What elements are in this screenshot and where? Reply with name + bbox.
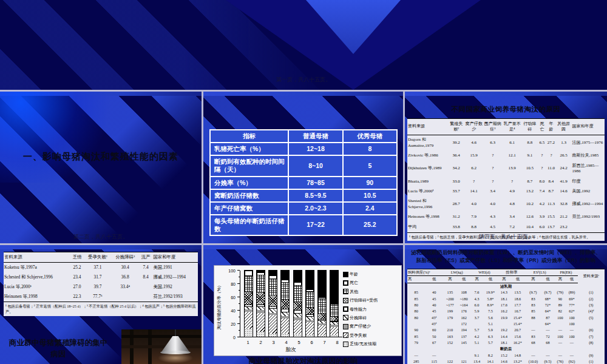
stripe-decoration xyxy=(0,245,202,249)
pen-rail xyxy=(121,335,202,338)
slide-sorter-canvas: 第一页，共八十五页。 一、影响母猪淘汰和繁殖性能的因素 第二页，共八十五页。 指… xyxy=(0,0,607,364)
slide-4-thumbnail[interactable]: 不同国家商业饲养母猪淘汰的原因 资料来源繁殖失败²窝产仔数少围产期病症³乳产量不… xyxy=(405,92,607,243)
vertical-divider xyxy=(202,90,203,364)
stripe-decoration xyxy=(405,92,607,96)
chart-legend: 年龄死亡其他行动障碍+受伤母性能力分娩障碍窝产仔猪少受孕失败乏情/无发情期 xyxy=(344,271,399,350)
x-axis-label: 胎次 xyxy=(240,346,342,354)
pen-rail xyxy=(121,345,202,348)
plot-area xyxy=(240,271,342,337)
y-axis: 020406080100 xyxy=(214,271,240,337)
horizontal-divider xyxy=(0,243,607,245)
slide-7-title: 泌乳期或断奶后饲料供给对断奶体重（LW）、断奶至发情时间（WEI）、排卵率、胚胎… xyxy=(405,249,607,265)
horizontal-divider xyxy=(0,90,607,92)
slide-1-thumbnail[interactable]: 第一页，共八十五页。 xyxy=(0,0,607,90)
slide-7-thumbnail[interactable]: 泌乳期或断奶后饲料供给对断奶体重（LW）、断奶至发情时间（WEI）、排卵率、胚胎… xyxy=(405,245,607,364)
lamp-cord xyxy=(175,329,176,337)
lamp-glow xyxy=(158,352,193,363)
stripe-decoration xyxy=(203,92,403,96)
slide-3-thumbnail[interactable]: 指标普通母猪优秀母猪乳猪死亡率（%）12~188断奶到有效配种的时间间隔（天）8… xyxy=(203,92,403,243)
stripe-decoration xyxy=(0,92,202,96)
page-note: 第四页，共八十五页。 xyxy=(405,233,607,241)
feed-supply-effects-table: 饲料供应(%)ᵃ LW(kg) WEI(d) 排卵率 ESᵇ(LS) PR(ER… xyxy=(407,269,605,364)
farrowing-house-photo xyxy=(121,329,202,364)
slide-2-thumbnail[interactable]: 一、影响母猪淘汰和繁殖性能的因素 第二页，共八十五页。 xyxy=(0,92,202,243)
vertical-divider xyxy=(403,90,405,364)
slide-6-caption: 商业母猪群胎次对淘汰原因的影响 xyxy=(203,356,403,364)
heat-lamp-shade xyxy=(161,336,189,352)
slide-2-title: 一、影响母猪淘汰和繁殖性能的因素 xyxy=(0,151,202,163)
slide-5-caption: 商业群中母猪繁殖障碍的集中病因 xyxy=(6,337,110,361)
slide-4-title: 不同国家商业饲养母猪淘汰的原因 xyxy=(405,105,607,114)
page-note: 第二页，共八十五页。 xyxy=(0,233,202,241)
glow-decoration xyxy=(0,92,115,183)
parity-culling-chart: 淘汰母猪的百分率（%） 020406080100 12345678 胎次 年龄死… xyxy=(214,265,402,356)
ordinary-vs-excellent-sow-table: 指标普通母猪优秀母猪乳猪死亡率（%）12~188断奶到有效配种的时间间隔（天）8… xyxy=(209,129,398,236)
page-note: 第一页，共八十五页。 xyxy=(0,76,607,84)
stripe-decoration xyxy=(203,245,403,249)
reproductive-failure-causes-table: 资料来源乏情受孕失败²分娩障碍³流产国家和年度Koketsu 等,1997a25… xyxy=(4,252,198,316)
slide-6-thumbnail[interactable]: 淘汰母猪的百分率（%） 020406080100 12345678 胎次 年龄死… xyxy=(203,245,403,364)
slide-5-thumbnail[interactable]: 资料来源乏情受孕失败²分娩障碍³流产国家和年度Koketsu 等,1997a25… xyxy=(0,245,202,364)
table-footnote: ¹ 包括后备母猪；² 正常返情（配种后 18~25 d）；³ 不正常返情（配种 … xyxy=(4,302,198,316)
x-axis-ticks: 12345678 xyxy=(240,340,345,345)
culling-reasons-by-country-table: 资料来源繁殖失败²窝产仔数少围产期病症³乳产量不足⁴行动障碍死亡年龄其他原因国家… xyxy=(407,118,605,241)
